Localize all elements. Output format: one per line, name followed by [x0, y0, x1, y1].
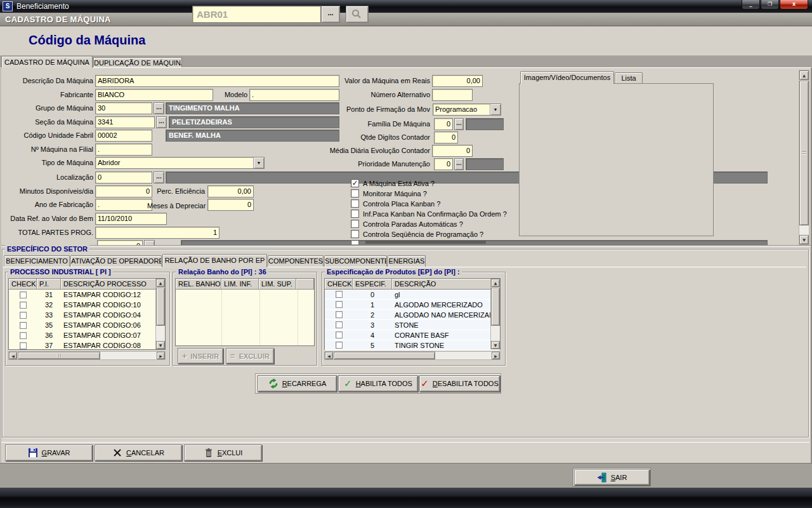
scroll-up-icon[interactable]: ▲	[156, 279, 165, 287]
scrollbar-thumb[interactable]	[491, 288, 500, 326]
total-partes-input[interactable]: 1	[95, 227, 219, 239]
scroll-up-icon[interactable]: ▲	[799, 70, 809, 80]
scroll-down-icon[interactable]: ▼	[156, 341, 165, 349]
scrollbar-thumb[interactable]	[799, 81, 809, 225]
clipped-input[interactable]: 0	[97, 240, 143, 245]
ano-fab-input[interactable]: .	[95, 199, 152, 211]
scrollbar-thumb[interactable]	[18, 352, 100, 359]
checkbox-inf-paca-kanban[interactable]: Inf.Paca Kanban Na Confirmação Da Ordem …	[351, 210, 507, 218]
row-checkbox[interactable]	[20, 332, 27, 339]
prioridade-input[interactable]: 0	[434, 158, 453, 170]
row-checkbox[interactable]	[20, 291, 27, 298]
unchecked-checkbox-icon[interactable]	[351, 189, 359, 197]
tab-energias[interactable]: ENERGIAS	[388, 255, 426, 267]
habilita-todos-button[interactable]: ✓ HABILITA TODOS	[338, 375, 418, 392]
num-filial-input[interactable]: .	[95, 144, 152, 156]
table-row[interactable]: 32 ESTAMPAR CODIGO:10	[9, 300, 165, 310]
ep-header-descricao[interactable]: DESCRIÇÃO	[392, 279, 491, 290]
meses-depr-input[interactable]: 0	[207, 199, 254, 211]
pi-vertical-scrollbar[interactable]: ▲ ▼	[155, 279, 165, 349]
scrollbar-thumb[interactable]	[156, 288, 165, 326]
pi-horizontal-scrollbar[interactable]: ◀ ▶	[8, 351, 166, 360]
unchecked-checkbox-icon[interactable]	[351, 210, 359, 218]
row-checkbox[interactable]	[336, 301, 343, 308]
table-row[interactable]: 2 ALGODAO NAO MERCERIZADO	[325, 310, 500, 320]
pi-table[interactable]: CHECK P.I. DESCRIÇÃO PROCESSO 31 ESTAMPA…	[8, 278, 166, 350]
sair-button[interactable]: SAIR	[574, 469, 650, 485]
banho-table[interactable]: REL. BANHO LIM. INF. LIM. SUP.	[175, 278, 315, 346]
numero-alt-input[interactable]	[432, 89, 473, 101]
gravar-button[interactable]: GRAVAR	[5, 444, 93, 461]
row-checkbox[interactable]	[336, 311, 343, 318]
familia-input[interactable]: 0	[434, 118, 453, 130]
ep-header-especif[interactable]: ESPECIF.	[353, 279, 392, 290]
grupo-browse-button[interactable]: ...	[154, 102, 164, 114]
tab-subcomponentes[interactable]: SUBCOMPONENTES	[324, 255, 387, 267]
row-checkbox[interactable]	[336, 321, 343, 328]
row-checkbox[interactable]	[20, 342, 27, 349]
tab-lista[interactable]: Lista	[615, 72, 643, 84]
table-row[interactable]: 1 ALGODAO MERCERIZADO	[325, 300, 500, 310]
scroll-left-icon[interactable]: ◀	[325, 352, 333, 359]
checkbox-sequencia-programacao[interactable]: Controla Seqüência de Programação ?	[351, 230, 483, 238]
unchecked-checkbox-icon[interactable]	[351, 220, 359, 228]
scroll-down-icon[interactable]: ▼	[491, 341, 500, 349]
scroll-right-icon[interactable]: ▶	[157, 352, 165, 359]
scroll-down-icon[interactable]: ▼	[799, 235, 809, 244]
tipo-select[interactable]: Abridor ▼	[95, 157, 265, 169]
qtde-dig-input[interactable]: 0	[434, 131, 458, 144]
restore-button[interactable]: ❐	[761, 0, 779, 10]
scroll-left-icon[interactable]: ◀	[9, 352, 17, 359]
perc-efic-input[interactable]: 0,00	[207, 185, 254, 197]
row-checkbox[interactable]	[20, 312, 27, 319]
data-ref-input[interactable]: 11/10/2010	[95, 213, 167, 225]
fabricante-input[interactable]: BIANCO	[95, 89, 213, 101]
close-button[interactable]: x	[780, 0, 808, 10]
table-row[interactable]: 35 ESTAMPAR CODIGO:06	[9, 320, 165, 330]
machine-code-input[interactable]: ABR01	[192, 6, 321, 23]
tab-imagem-video-documentos[interactable]: Imagem/Vídeo/Documentos	[520, 71, 614, 84]
checkbox-maquina-ativa[interactable]: ✓ A Máquina Está Ativa ?	[351, 179, 435, 187]
table-row[interactable]: 3 STONE	[325, 320, 500, 330]
unchecked-checkbox-icon[interactable]	[351, 199, 359, 208]
prioridade-browse-button[interactable]: ...	[454, 158, 464, 170]
media-diaria-input[interactable]: 0	[432, 145, 473, 157]
checkbox-placa-kanban[interactable]: Controla Placa Kanban ?	[351, 199, 440, 208]
tab-duplicacao-de-maquina[interactable]: DUPLICAÇÃO DE MÁQUINA	[93, 57, 182, 68]
search-button[interactable]	[346, 6, 369, 23]
chevron-down-icon[interactable]: ▼	[253, 157, 264, 168]
clipped-browse-button[interactable]	[144, 240, 155, 245]
banho-header-rel[interactable]: REL. BANHO	[176, 279, 221, 290]
ep-header-check[interactable]: CHECK	[325, 279, 353, 290]
valor-reais-input[interactable]: 0,00	[432, 75, 483, 87]
ep-table[interactable]: CHECK ESPECIF. DESCRIÇÃO 0 gl 1 ALGODAO …	[324, 278, 501, 350]
table-row[interactable]: 4 CORANTE BASF	[325, 330, 500, 340]
tab-cadastro-de-maquina[interactable]: CADASTRO DE MÁQUINA	[1, 56, 93, 68]
recarrega-button[interactable]: RECARREGA	[258, 375, 337, 392]
desabilita-todos-button[interactable]: ✓ DESABILITA TODOS	[419, 375, 500, 392]
banho-header-limsup[interactable]: LIM. SUP.	[259, 279, 296, 290]
minimize-button[interactable]: _	[742, 0, 760, 10]
pi-header-check[interactable]: CHECK	[9, 279, 37, 290]
tab-ativacao-de-operadores[interactable]: ATIVAÇÃO DE OPERADORES	[70, 255, 162, 267]
checkbox-monitorar[interactable]: Monitorar Máquina ?	[351, 189, 427, 197]
machine-code-browse-button[interactable]: ...	[321, 6, 340, 23]
table-row[interactable]: 37 ESTAMPAR CODIGO:08	[9, 340, 165, 351]
form-vertical-scrollbar[interactable]: ▲ ▼	[799, 70, 809, 245]
secao-browse-button[interactable]: ...	[156, 116, 167, 128]
unidade-input[interactable]: 00002	[95, 130, 152, 142]
tab-componentes[interactable]: COMPONENTES	[268, 255, 324, 267]
pi-header-descricao[interactable]: DESCRIÇÃO PROCESSO	[61, 279, 156, 290]
scroll-up-icon[interactable]: ▲	[491, 279, 500, 287]
cancelar-button[interactable]: CANCELAR	[95, 444, 182, 461]
row-checkbox[interactable]	[336, 342, 343, 349]
ponto-firm-select[interactable]: Programacao ▼	[433, 104, 501, 116]
row-checkbox[interactable]	[20, 302, 27, 309]
table-row[interactable]: 31 ESTAMPAR CODIGO:12	[9, 290, 165, 300]
row-checkbox[interactable]	[336, 291, 343, 298]
ep-vertical-scrollbar[interactable]: ▲ ▼	[490, 279, 500, 349]
scrollbar-thumb[interactable]	[334, 352, 435, 359]
grupo-input[interactable]: 30	[95, 102, 152, 114]
ep-horizontal-scrollbar[interactable]: ◀ ▶	[324, 351, 501, 360]
localizacao-input[interactable]: 0	[95, 171, 152, 184]
